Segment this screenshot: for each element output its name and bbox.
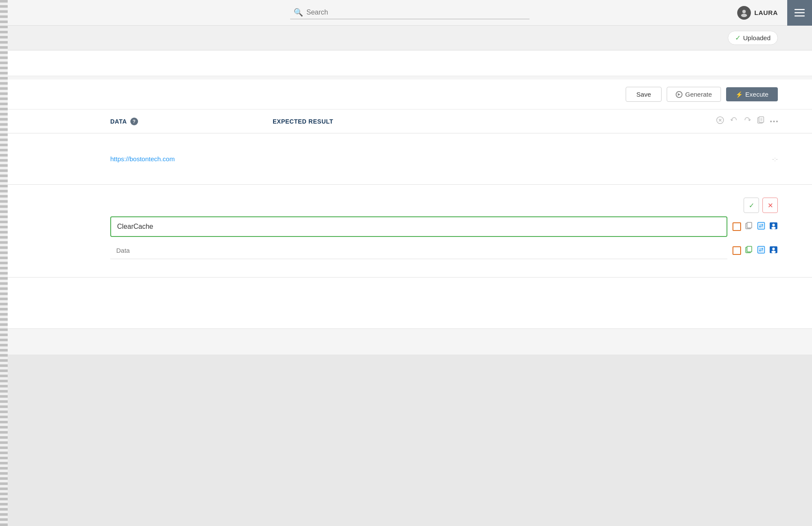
user-name: LAURA <box>754 9 778 16</box>
exchange-icon-1[interactable] <box>757 222 765 232</box>
row-icons-active <box>733 222 778 232</box>
uploaded-text: Uploaded <box>743 34 771 41</box>
svg-rect-2 <box>794 9 805 10</box>
data-input[interactable] <box>110 242 727 259</box>
svg-point-17 <box>772 224 775 226</box>
clearcache-input[interactable] <box>110 216 727 237</box>
svg-point-23 <box>772 248 775 250</box>
torn-paper-left <box>0 0 8 526</box>
spacer-section <box>8 50 812 76</box>
expected-column-header: EXPECTED RESULT <box>273 118 716 125</box>
row-icons-placeholder <box>733 245 778 256</box>
svg-rect-14 <box>747 222 752 228</box>
data-column-header: DATA ? <box>110 118 273 125</box>
divider-section <box>8 76 812 80</box>
person-icon-2[interactable] <box>769 245 778 256</box>
bottom-spacer <box>8 278 812 329</box>
svg-rect-3 <box>794 12 805 14</box>
svg-point-24 <box>771 251 776 253</box>
placeholder-input-row <box>110 242 778 259</box>
play-icon: ▶ <box>676 91 683 98</box>
bracket-icon[interactable] <box>733 222 741 231</box>
confirm-row: ✓ ✕ <box>110 198 778 213</box>
confirm-cancel-button[interactable]: ✕ <box>762 198 778 213</box>
avatar <box>737 6 751 20</box>
search-icon: 🔍 <box>294 8 303 17</box>
copy-row-icon[interactable] <box>745 222 753 232</box>
url-separator: -:- <box>772 156 778 163</box>
svg-point-0 <box>742 10 746 13</box>
bracket-icon-2[interactable] <box>733 246 741 255</box>
save-button[interactable]: Save <box>626 87 662 102</box>
input-section: ✓ ✕ <box>8 185 812 278</box>
column-actions <box>716 116 778 126</box>
svg-rect-21 <box>758 246 765 253</box>
url-link[interactable]: https://bostontech.com <box>110 155 175 163</box>
svg-rect-4 <box>794 15 805 17</box>
undo-icon[interactable] <box>730 116 738 126</box>
svg-rect-20 <box>747 246 752 252</box>
user-area: LAURA <box>737 6 778 20</box>
person-icon-1[interactable] <box>769 222 778 232</box>
svg-point-1 <box>741 14 747 17</box>
close-icon[interactable] <box>716 116 724 126</box>
redo-icon[interactable] <box>744 116 751 126</box>
status-bar: ✓ Uploaded <box>8 26 812 50</box>
search-input[interactable] <box>306 9 526 16</box>
more-icon[interactable] <box>770 121 778 122</box>
execute-button[interactable]: ⚡ Execute <box>726 87 778 101</box>
svg-point-18 <box>771 227 776 229</box>
uploaded-badge: ✓ Uploaded <box>728 31 778 45</box>
lightning-icon: ⚡ <box>736 91 743 98</box>
menu-button[interactable] <box>787 0 812 26</box>
active-input-row <box>110 216 778 237</box>
help-icon[interactable]: ? <box>130 118 138 125</box>
generate-button[interactable]: ▶ Generate <box>667 87 721 102</box>
copy-icon[interactable] <box>757 116 764 126</box>
column-headers: DATA ? EXPECTED RESULT <box>8 109 812 133</box>
exchange-icon-2[interactable] <box>757 246 765 256</box>
search-container: 🔍 <box>290 6 530 19</box>
check-icon: ✓ <box>735 34 741 42</box>
top-header: 🔍 LAURA <box>8 0 812 26</box>
url-row: https://bostontech.com -:- <box>8 133 812 185</box>
copy-row-icon-green[interactable] <box>745 246 753 256</box>
toolbar-row: Save ▶ Generate ⚡ Execute <box>8 80 812 109</box>
svg-rect-15 <box>758 222 765 229</box>
footer-area <box>8 329 812 355</box>
confirm-check-button[interactable]: ✓ <box>744 198 759 213</box>
